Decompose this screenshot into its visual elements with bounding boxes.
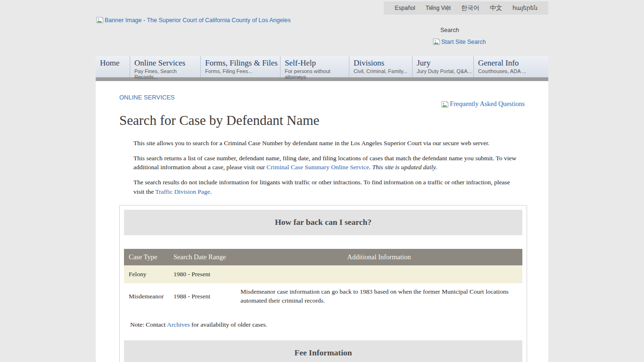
nav-label: Divisions (354, 58, 412, 68)
nav-item-home[interactable]: Home (96, 56, 130, 77)
paragraph-text: . (210, 188, 212, 195)
faq-link[interactable]: Frequently Asked Questions (441, 100, 525, 108)
nav-label: Forms, Filings & Files (205, 58, 280, 68)
language-link-korean[interactable]: 한국어 (456, 4, 485, 12)
broken-image-icon (96, 16, 104, 24)
start-site-search-link[interactable]: Start Site Search (432, 38, 486, 45)
intro-paragraph-3: The search results do not include inform… (133, 178, 518, 196)
nav-item-forms-filings-files[interactable]: Forms, Filings & Files Forms, Filing Fee… (200, 56, 280, 77)
column-header-case-type: Case Type (124, 249, 169, 265)
nav-sublabel: Pay Fines, Search Records... (134, 68, 200, 80)
column-header-search-date-range: Search Date Range (169, 249, 236, 265)
archives-link[interactable]: Archives (167, 321, 190, 328)
nav-label: Jury (417, 58, 473, 68)
nav-item-general-info[interactable]: General Info Courthouses, ADA ... (473, 56, 548, 77)
banner-image-link[interactable]: Banner Image - The Superior Court of Cal… (96, 16, 290, 24)
intro-paragraph-2: This search returns a list of case numbe… (133, 154, 518, 172)
nav-sublabel: Courthouses, ADA ... (478, 68, 548, 74)
site-search-area: Search Start Site Search (432, 27, 486, 47)
main-navigation: Home Online Services Pay Fines, Search R… (96, 56, 548, 77)
nav-label: Self-Help (285, 58, 349, 68)
language-link-armenian[interactable]: հայերեն (507, 5, 543, 11)
table-row-misdemeanor: Misdemeanor 1988 - Present Misdemeanor c… (124, 283, 522, 309)
nav-item-divisions[interactable]: Divisions Civil, Criminal, Family... (349, 56, 412, 77)
archives-note: Note: Contact Archives for availability … (130, 321, 522, 329)
cell-additional-info (236, 265, 522, 283)
nav-sublabel: Jury Duty Portal, Q&A... (417, 68, 473, 74)
paragraph-text: . (369, 164, 372, 171)
breadcrumb-online-services[interactable]: ONLINE SERVICES (119, 94, 175, 101)
intro-paragraph-1: This site allows you to search for a Cri… (133, 139, 518, 148)
search-label: Search (440, 27, 486, 33)
column-header-additional-information: Additional Information (236, 249, 522, 265)
traffic-division-link[interactable]: Traffic Division Page (155, 188, 210, 195)
nav-item-self-help[interactable]: Self-Help For persons without attorneys (280, 56, 349, 77)
main-content: ONLINE SERVICES Frequently Asked Questio… (96, 81, 548, 362)
nav-sublabel: Civil, Criminal, Family... (354, 68, 412, 74)
note-text: Note: Contact (130, 321, 167, 328)
cell-date-range: 1988 - Present (169, 283, 236, 309)
cell-date-range: 1980 - Present (169, 265, 236, 283)
page-root: Español Tiếng Việt 한국어 中文 հայերեն Banner… (96, 0, 548, 362)
header: Banner Image - The Superior Court of Cal… (96, 15, 548, 56)
language-link-espanol[interactable]: Español (389, 5, 420, 11)
cell-case-type: Misdemeanor (124, 283, 169, 309)
faq-link-text: Frequently Asked Questions (450, 100, 525, 108)
language-link-chinese[interactable]: 中文 (485, 4, 507, 12)
updated-daily-note: This site is updated daily. (372, 164, 438, 171)
broken-image-icon (432, 38, 440, 45)
nav-item-online-services[interactable]: Online Services Pay Fines, Search Record… (130, 56, 200, 77)
table-row-felony: Felony 1980 - Present (124, 265, 522, 283)
breadcrumb-row: ONLINE SERVICES Frequently Asked Questio… (119, 93, 527, 104)
criminal-case-summary-link[interactable]: Criminal Case Summary Online Service (266, 164, 369, 171)
cell-case-type: Felony (124, 265, 169, 283)
page-title: Search for Case by Defendant Name (119, 113, 527, 128)
note-text: for availability of older cases. (190, 321, 267, 328)
search-date-range-table: Case Type Search Date Range Additional I… (124, 249, 522, 309)
cell-additional-info: Misdemeanor case information can go back… (236, 283, 522, 309)
nav-item-jury[interactable]: Jury Jury Duty Portal, Q&A... (412, 56, 473, 77)
language-link-vietnamese[interactable]: Tiếng Việt (421, 5, 456, 11)
nav-label: General Info (478, 58, 548, 68)
banner-alt-text: Banner Image - The Superior Court of Cal… (105, 17, 290, 24)
broken-image-icon (441, 101, 449, 108)
nav-sublabel: Forms, Filing Fees... (205, 68, 280, 74)
table-header-row: Case Type Search Date Range Additional I… (124, 249, 522, 265)
language-bar-inner: Español Tiếng Việt 한국어 中文 հայերեն (384, 1, 548, 15)
info-box: How far back can I search? Case Type Sea… (119, 205, 527, 362)
nav-label: Home (100, 58, 130, 68)
fee-information-heading: Fee Information (124, 340, 522, 362)
language-bar: Español Tiếng Việt 한국어 中文 հայերեն (96, 0, 548, 15)
nav-label: Online Services (134, 58, 200, 68)
search-back-heading: How far back can I search? (124, 210, 522, 235)
start-site-search-text: Start Site Search (441, 39, 486, 45)
nav-sublabel: For persons without attorneys (285, 68, 349, 80)
